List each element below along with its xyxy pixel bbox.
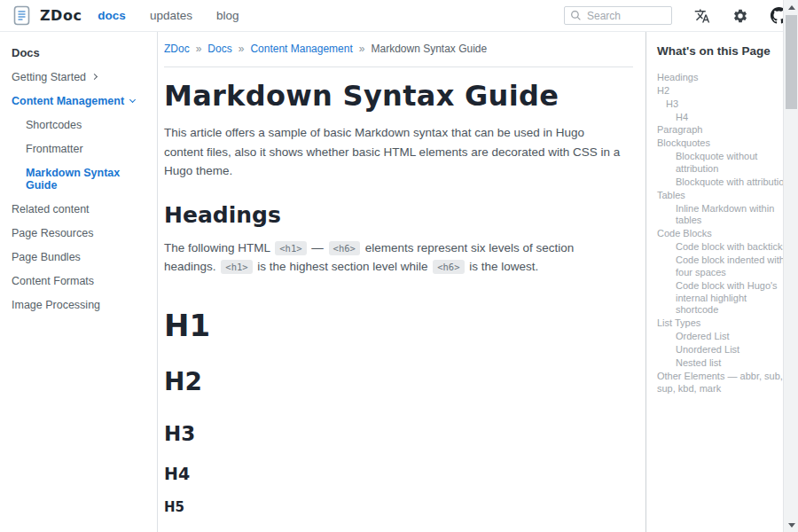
toc-title: What's on this Page: [657, 44, 791, 58]
toc-item[interactable]: Code block with backticks: [657, 241, 791, 254]
sample-heading-h2: H2: [164, 369, 633, 395]
paragraph-text: is the lowest.: [466, 260, 539, 273]
page-title: Markdown Syntax Guide: [164, 79, 633, 113]
intro-paragraph: This article offers a sample of basic Ma…: [164, 123, 622, 181]
sample-heading-h3: H3: [164, 423, 633, 444]
brand-link[interactable]: ZDoc: [12, 5, 82, 26]
gear-icon[interactable]: [732, 8, 748, 24]
sidebar-subsection: Shortcodes Frontmatter Markdown Syntax G…: [12, 113, 150, 197]
scrollbar-thumb[interactable]: [786, 15, 797, 109]
sidebar-item-content-management[interactable]: Content Management: [12, 89, 150, 113]
toc-item[interactable]: Inline Markdown within tables: [657, 203, 791, 228]
paragraph-text: is the highest section level while: [254, 260, 432, 273]
sidebar-item-page-resources[interactable]: Page Resources: [12, 221, 150, 245]
sidebar-item-shortcodes[interactable]: Shortcodes: [26, 113, 150, 137]
breadcrumb-separator: »: [359, 43, 365, 55]
toc-item[interactable]: Blockquote with attribution: [657, 176, 791, 189]
toc-sidebar: What's on this Page Headings H2 H3 H4 Pa…: [645, 32, 798, 532]
breadcrumb-divider: [164, 66, 633, 67]
navbar-right: [564, 6, 787, 25]
search-input[interactable]: [587, 10, 658, 22]
article-content: ZDoc » Docs » Content Management » Markd…: [158, 32, 645, 532]
toc-item[interactable]: Unordered List: [657, 344, 791, 356]
sidebar-item-markdown-syntax-guide[interactable]: Markdown Syntax Guide: [26, 160, 150, 197]
toc-item[interactable]: Paragraph: [657, 124, 791, 137]
nav-link-blog[interactable]: blog: [216, 9, 239, 22]
main-row: Docs Getting Started Content Management …: [0, 32, 798, 532]
breadcrumb: ZDoc » Docs » Content Management » Markd…: [164, 43, 633, 55]
sidebar-title: Docs: [12, 46, 150, 59]
toc-item[interactable]: Blockquotes: [657, 137, 791, 150]
browser-window: ZDoc docs updates blog: [0, 0, 798, 532]
translate-icon[interactable]: [694, 8, 710, 24]
nav-link-updates[interactable]: updates: [150, 9, 192, 22]
docs-sidebar: Docs Getting Started Content Management …: [0, 32, 158, 532]
breadcrumb-link-zdoc[interactable]: ZDoc: [164, 43, 190, 55]
toc-item[interactable]: H2: [657, 85, 791, 98]
breadcrumb-separator: »: [196, 43, 202, 55]
paragraph-text: The following HTML: [164, 241, 273, 254]
sidebar-item-related-content[interactable]: Related content: [12, 197, 150, 221]
scroll-down-arrow[interactable]: [784, 518, 798, 532]
chevron-down-icon: [129, 97, 136, 103]
search-icon: [570, 10, 582, 21]
window-scrollbar[interactable]: [783, 0, 798, 532]
toc-item[interactable]: Blockquote without attribution: [657, 151, 791, 176]
paragraph-text: —: [309, 241, 327, 254]
toc-item[interactable]: Ordered List: [657, 331, 791, 343]
navbar: ZDoc docs updates blog: [0, 0, 798, 32]
toc-item[interactable]: Code block indented with four spaces: [657, 254, 791, 279]
toc-item[interactable]: List Types: [657, 317, 791, 330]
search-box[interactable]: [564, 6, 672, 25]
toc-item[interactable]: Code Blocks: [657, 228, 791, 240]
inline-code: <h6>: [433, 260, 464, 274]
brand-title: ZDoc: [40, 7, 82, 24]
toc-item[interactable]: Tables: [657, 190, 791, 202]
breadcrumb-link-docs[interactable]: Docs: [207, 43, 231, 55]
headings-paragraph: The following HTML <h1> — <h6> elements …: [164, 239, 622, 277]
document-icon: [12, 5, 31, 26]
chevron-right-icon: [91, 74, 98, 80]
sidebar-item-frontmatter[interactable]: Frontmatter: [26, 137, 150, 160]
toc-item[interactable]: Headings: [657, 72, 791, 84]
breadcrumb-separator: »: [239, 43, 245, 55]
breadcrumb-current: Markdown Syntax Guide: [371, 43, 487, 55]
scroll-up-arrow[interactable]: [784, 0, 798, 14]
main-nav: docs updates blog: [98, 9, 239, 22]
sample-heading-h4: H4: [164, 466, 633, 483]
inline-code: <h1>: [275, 241, 306, 255]
breadcrumb-link-content-management[interactable]: Content Management: [250, 43, 352, 55]
sample-heading-h5: H5: [164, 501, 633, 515]
inline-code: <h1>: [221, 260, 252, 274]
nav-link-docs[interactable]: docs: [98, 9, 126, 22]
toc-item[interactable]: H4: [657, 112, 791, 124]
headings-section-title: Headings: [164, 202, 633, 228]
sidebar-item-getting-started[interactable]: Getting Started: [12, 65, 150, 89]
inline-code: <h6>: [329, 241, 360, 255]
toc-item[interactable]: Code block with Hugo's internal highligh…: [657, 280, 791, 317]
toc-item[interactable]: Nested list: [657, 357, 791, 370]
sidebar-item-page-bundles[interactable]: Page Bundles: [12, 245, 150, 269]
sample-heading-h1: H1: [164, 310, 633, 342]
toc-list: Headings H2 H3 H4 Paragraph Blockquotes …: [657, 72, 791, 395]
toc-item[interactable]: H3: [657, 98, 791, 111]
sidebar-item-content-formats[interactable]: Content Formats: [12, 269, 150, 293]
sidebar-item-image-processing[interactable]: Image Processing: [12, 293, 150, 317]
toc-item[interactable]: Other Elements — abbr, sub, sup, kbd, ma…: [657, 371, 791, 395]
